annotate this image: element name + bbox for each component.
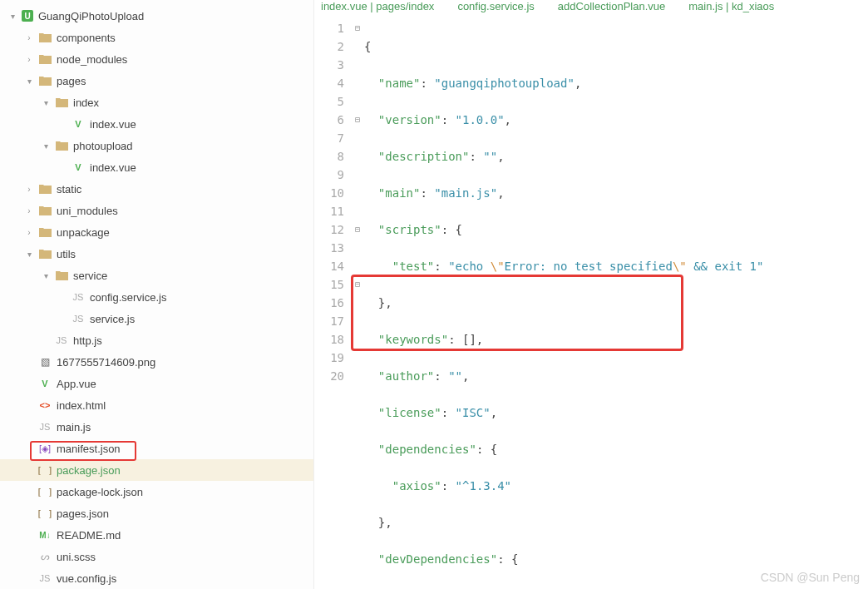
line-number: 13 xyxy=(314,239,344,257)
chevron-down-icon[interactable]: ▾ xyxy=(40,270,52,281)
tree-item-label: index.vue xyxy=(90,118,136,131)
line-number: 2 xyxy=(314,37,344,56)
tree-item-label: 1677555714609.png xyxy=(57,356,155,369)
fold-marker[interactable]: ⊟ xyxy=(351,111,364,129)
tree-item-label: index.vue xyxy=(90,161,136,174)
folder-service[interactable]: ▾service xyxy=(0,265,313,286)
folder-pages[interactable]: ▾pages xyxy=(0,70,313,92)
vue-icon: V xyxy=(38,377,52,390)
folder-utils[interactable]: ▾utils xyxy=(0,243,313,265)
chevron-down-icon[interactable]: ▾ xyxy=(23,248,35,260)
tab-2[interactable]: addCollectionPlan.vue xyxy=(558,0,665,12)
tree-item-label: main.js xyxy=(57,421,91,433)
tab-1[interactable]: config.service.js xyxy=(457,0,534,12)
project-root[interactable]: ▾UGuangQiPhotoUpload xyxy=(0,5,313,27)
fold-marker xyxy=(351,349,364,367)
folder-uni-modules[interactable]: ›uni_modules xyxy=(0,200,313,221)
tree-item-label: App.vue xyxy=(57,378,96,390)
file-explorer[interactable]: ▾UGuangQiPhotoUpload›components›node_mod… xyxy=(0,0,314,589)
file-manifest-json[interactable]: ·[◈]manifest.json xyxy=(0,438,313,459)
folder-unpackage[interactable]: ›unpackage xyxy=(0,221,313,243)
file-pages-json[interactable]: ·[ ]pages.json xyxy=(0,502,313,524)
chevron-right-icon[interactable]: › xyxy=(23,183,35,195)
line-number: 7 xyxy=(314,129,344,147)
folder-node-modules[interactable]: ›node_modules xyxy=(0,48,313,70)
chevron-down-icon[interactable]: ▾ xyxy=(40,140,52,151)
chevron-down-icon[interactable]: ▾ xyxy=(23,75,35,87)
line-number: 11 xyxy=(314,202,344,220)
line-number: 1 xyxy=(314,19,344,37)
file-package-json[interactable]: ·[ ]package.json xyxy=(0,459,313,481)
js-icon: JS xyxy=(72,290,85,304)
tree-item-label: http.js xyxy=(73,334,102,347)
file-package-lock-json[interactable]: ·[ ]package-lock.json xyxy=(0,481,313,502)
tree-item-label: static xyxy=(57,183,81,196)
fold-column: ⊟⊟⊟⊟ xyxy=(351,12,364,589)
tree-item-label: unpackage xyxy=(57,226,110,239)
watermark: CSDN @Sun Peng xyxy=(761,571,860,584)
folder-components[interactable]: ›components xyxy=(0,27,313,48)
code-editor[interactable]: 1234567891011121314151617181920 ⊟⊟⊟⊟ { "… xyxy=(314,12,868,589)
file-app-vue[interactable]: ·VApp.vue xyxy=(0,373,313,394)
file-uni-scss[interactable]: ·ᔕuni.scss xyxy=(0,546,313,567)
folder-static[interactable]: ›static xyxy=(0,178,313,200)
chevron-right-icon[interactable]: › xyxy=(23,205,35,216)
folder-index[interactable]: ▾index xyxy=(0,92,313,113)
tab-bar: index.vue | pages/indexconfig.service.js… xyxy=(314,0,868,12)
chevron-right-icon[interactable]: › xyxy=(23,53,35,65)
fold-marker xyxy=(351,330,364,349)
line-number: 19 xyxy=(314,349,344,367)
line-number: 5 xyxy=(314,92,344,111)
line-number: 12 xyxy=(314,220,344,239)
tree-item-label: vue.config.js xyxy=(57,572,116,585)
line-number: 15 xyxy=(314,275,344,294)
json-icon: [ ] xyxy=(38,485,52,498)
tree-item-label: pages.json xyxy=(57,507,109,520)
file-main-js[interactable]: ·JSmain.js xyxy=(0,416,313,438)
tree-item-label: node_modules xyxy=(57,53,127,66)
file-config-service-js[interactable]: ·JSconfig.service.js xyxy=(0,286,313,308)
js-icon: JS xyxy=(55,334,68,347)
line-number: 4 xyxy=(314,74,344,92)
chevron-right-icon[interactable]: › xyxy=(23,32,35,43)
fold-marker xyxy=(351,166,364,184)
file-index-vue-1[interactable]: ·Vindex.vue xyxy=(0,113,313,135)
tree-item-label: index xyxy=(73,97,99,109)
fold-marker[interactable]: ⊟ xyxy=(351,220,364,239)
file-index-html[interactable]: ·<>index.html xyxy=(0,394,313,416)
file-readme-md[interactable]: ·M↓README.md xyxy=(0,524,313,546)
folder-icon xyxy=(38,225,52,239)
tab-0[interactable]: index.vue | pages/index xyxy=(321,0,434,12)
file-index-vue-2[interactable]: ·Vindex.vue xyxy=(0,156,313,178)
fold-marker[interactable]: ⊟ xyxy=(351,19,364,37)
chevron-right-icon[interactable]: › xyxy=(23,226,35,238)
folder-photoupload[interactable]: ▾photoupload xyxy=(0,135,313,156)
fold-marker[interactable]: ⊟ xyxy=(351,275,364,294)
chevron-down-icon[interactable]: ▾ xyxy=(7,10,18,22)
json-icon: [ ] xyxy=(38,463,52,477)
tree-item-label: README.md xyxy=(57,529,121,542)
file-vue-config-js[interactable]: ·JSvue.config.js xyxy=(0,567,313,589)
code-content[interactable]: { "name": "guangqiphotoupload", "version… xyxy=(364,12,868,589)
line-number: 6 xyxy=(314,111,344,129)
tree-item-label: service.js xyxy=(90,313,135,325)
project-icon: U xyxy=(22,10,33,22)
file-service-js[interactable]: ·JSservice.js xyxy=(0,308,313,329)
img-icon: ▧ xyxy=(38,355,52,369)
tree-item-label: manifest.json xyxy=(57,443,121,455)
fold-marker xyxy=(351,92,364,111)
line-number: 17 xyxy=(314,312,344,330)
fold-marker xyxy=(351,184,364,202)
file-http-js[interactable]: ·JShttp.js xyxy=(0,329,313,351)
tree-item-label: config.service.js xyxy=(90,291,166,304)
fold-marker xyxy=(351,147,364,166)
json-icon: [ ] xyxy=(38,507,52,520)
md-icon: M↓ xyxy=(38,528,52,542)
fold-marker xyxy=(351,56,364,74)
line-number: 14 xyxy=(314,257,344,275)
tab-3[interactable]: main.js | kd_xiaos xyxy=(688,0,774,12)
chevron-down-icon[interactable]: ▾ xyxy=(40,97,52,108)
html-icon: <> xyxy=(38,398,52,412)
tree-item-label: pages xyxy=(57,75,86,87)
file-png[interactable]: ·▧1677555714609.png xyxy=(0,351,313,373)
